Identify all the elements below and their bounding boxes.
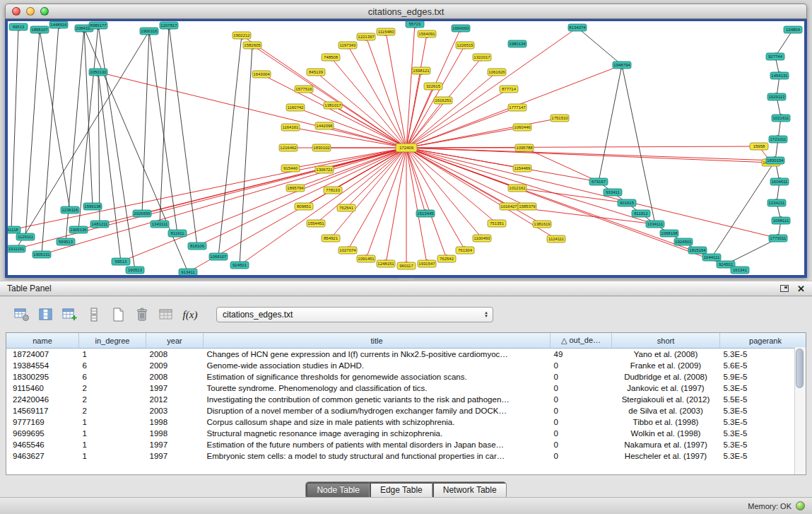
tab-edge-table[interactable]: Edge Table: [370, 482, 433, 498]
graph-node[interactable]: 1124111: [547, 235, 565, 243]
graph-node[interactable]: 59513: [112, 258, 130, 265]
graph-node[interactable]: 99513: [9, 23, 28, 30]
window-titlebar[interactable]: citations_edges.txt: [5, 4, 807, 19]
graph-node[interactable]: 933411: [604, 189, 622, 196]
table-scrollbar-thumb[interactable]: [796, 349, 804, 388]
graph-node[interactable]: 1721011: [769, 136, 787, 143]
graph-node[interactable]: 322615: [424, 83, 442, 90]
table-row[interactable]: 1872400712008Changes of HCN gene express…: [6, 349, 806, 360]
graph-node[interactable]: 1513445: [416, 210, 435, 217]
graph-node[interactable]: 778133: [324, 187, 342, 194]
graph-node[interactable]: 811912: [632, 210, 650, 217]
function-builder-icon[interactable]: f(x): [180, 305, 201, 324]
tab-node-table[interactable]: Node Table: [306, 482, 370, 498]
close-window-button[interactable]: [12, 7, 20, 16]
graph-node[interactable]: 1068108: [660, 230, 678, 237]
graph-node[interactable]: 1068111: [772, 217, 790, 224]
table-row[interactable]: 1938455462009Genome-wide association stu…: [6, 360, 806, 371]
graph-node[interactable]: 877714: [500, 86, 518, 93]
graph-node[interactable]: 1381017: [324, 102, 342, 109]
table-scrollbar[interactable]: [794, 347, 806, 474]
graph-node[interactable]: 8989177: [89, 22, 107, 29]
graph-node[interactable]: 1060446: [513, 124, 531, 131]
column-header-out_degree[interactable]: △ out_de…: [551, 333, 612, 349]
graph-node[interactable]: 1221397: [357, 33, 375, 40]
graph-node[interactable]: 1454131: [770, 72, 789, 79]
graph-node[interactable]: 1616251: [434, 97, 452, 104]
graph-node[interactable]: 1924501: [674, 238, 693, 245]
graph-node[interactable]: 2026655: [133, 210, 151, 217]
graph-node[interactable]: 1016427: [500, 203, 518, 210]
graph-node[interactable]: 1643004: [252, 71, 271, 78]
graph-node[interactable]: 818106: [188, 243, 206, 250]
column-visibility-icon[interactable]: [35, 305, 57, 324]
graph-node[interactable]: 1911191: [8, 245, 25, 252]
graph-node[interactable]: 762542: [437, 255, 456, 262]
graph-node[interactable]: 161341: [731, 267, 749, 274]
graph-node[interactable]: 748508: [322, 54, 340, 61]
graph-node[interactable]: 1599138: [83, 203, 102, 210]
graph-node[interactable]: 1100493: [473, 235, 491, 242]
table-row[interactable]: 969969511998Structural magnetic resonanc…: [6, 428, 806, 439]
graph-node[interactable]: 1858107: [30, 26, 49, 33]
graph-node[interactable]: 1442096: [315, 122, 334, 129]
graph-node[interactable]: 679197: [589, 178, 608, 185]
graph-node[interactable]: 1604611: [770, 178, 789, 185]
zoom-window-button[interactable]: [40, 7, 49, 16]
row-tools-icon[interactable]: [83, 305, 105, 324]
table-row[interactable]: 1830029562008Estimation of significance …: [6, 371, 806, 382]
graph-node[interactable]: 1322017: [473, 54, 491, 61]
column-header-pagerank[interactable]: pagerank: [720, 333, 807, 349]
graph-node[interactable]: 811911: [168, 230, 187, 237]
graph-node[interactable]: 1980134: [508, 40, 526, 47]
tab-network-table[interactable]: Network Table: [433, 482, 506, 498]
graph-node[interactable]: 1751510: [551, 115, 569, 122]
graph-node[interactable]: 1929113: [767, 93, 786, 100]
column-header-name[interactable]: name: [6, 333, 79, 349]
graph-node[interactable]: 1895794: [286, 185, 305, 192]
column-header-in_degree[interactable]: in_degree: [79, 333, 146, 349]
float-panel-icon[interactable]: [780, 285, 789, 292]
graph-node[interactable]: 1115480: [377, 28, 395, 35]
graph-node[interactable]: 1164161: [281, 124, 300, 131]
graph-node[interactable]: 1830102: [312, 144, 331, 151]
graph-node[interactable]: 1160742: [286, 104, 305, 111]
graph-node[interactable]: 1216462: [279, 144, 298, 151]
graph-node[interactable]: 762541: [337, 204, 355, 211]
table-row[interactable]: 911546021997Tourette syndrome. Phenomeno…: [6, 382, 806, 394]
graph-node[interactable]: 1306721: [315, 166, 334, 173]
graph-node[interactable]: 924501: [230, 262, 249, 269]
graph-node[interactable]: 927744: [766, 53, 784, 60]
graph-node[interactable]: 1664093: [452, 25, 470, 32]
graph-node[interactable]: 1815164: [688, 247, 707, 254]
table-row[interactable]: 977716911998Corpus callosum shape and si…: [6, 416, 806, 428]
graph-node[interactable]: 1582605: [243, 42, 261, 49]
graph-node[interactable]: 1091451: [357, 255, 375, 262]
graph-node[interactable]: 901615: [618, 199, 636, 206]
graph-node[interactable]: 1207817: [160, 22, 178, 29]
table-row[interactable]: 946554611997Estimation of the future num…: [6, 439, 806, 450]
graph-node[interactable]: 1381619: [533, 221, 551, 228]
graph-node[interactable]: 1564091: [418, 30, 436, 37]
trash-icon[interactable]: [131, 305, 153, 324]
graph-node[interactable]: 1905131: [33, 251, 51, 258]
graph-node[interactable]: 1906316: [140, 28, 158, 35]
graph-node[interactable]: 1905136: [69, 226, 88, 233]
graph-node[interactable]: 599513: [57, 238, 75, 245]
graph-node[interactable]: 751351: [488, 220, 506, 227]
graph-node[interactable]: 1931547: [418, 260, 436, 267]
network-canvas[interactable]: 1115480122139711973437485088451391577516…: [8, 21, 804, 275]
graph-node[interactable]: 1334111: [646, 221, 664, 228]
graph-node[interactable]: 1777147: [508, 104, 526, 111]
graph-node[interactable]: 1830154: [766, 157, 784, 164]
minimize-window-button[interactable]: [26, 7, 35, 16]
graph-node[interactable]: 913411: [179, 269, 197, 275]
import-table-icon[interactable]: [155, 305, 177, 324]
table-row[interactable]: 1456911722003Disruption of a novel membe…: [6, 405, 806, 416]
graph-node[interactable]: 15958: [750, 143, 768, 150]
graph-node[interactable]: 1577516: [295, 86, 313, 93]
graph-node[interactable]: 1197343: [339, 42, 357, 49]
graph-node[interactable]: 1012161: [508, 185, 526, 192]
graph-node[interactable]: 190513: [126, 267, 144, 274]
graph-node[interactable]: 1154469: [513, 165, 531, 172]
